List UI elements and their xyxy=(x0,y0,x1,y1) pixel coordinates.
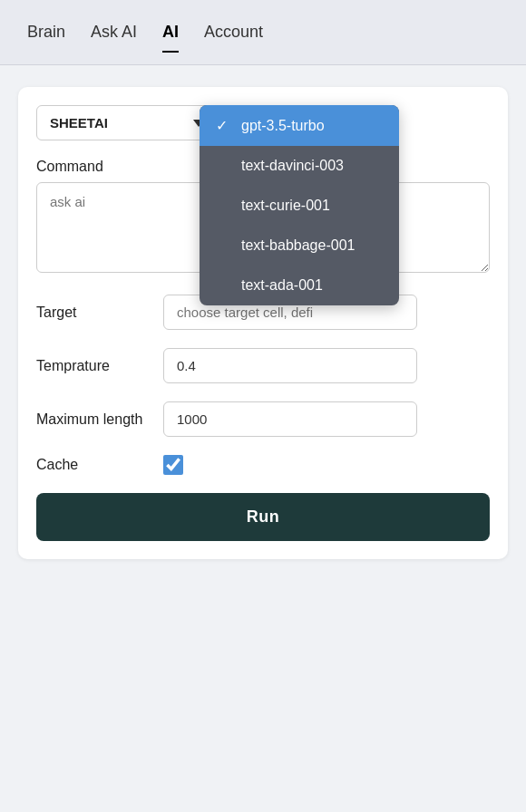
model-dropdown: ✓ gpt-3.5-turbo text-davinci-003 text-cu… xyxy=(200,105,399,305)
cache-row: Cache xyxy=(36,455,490,475)
check-icon-empty xyxy=(216,198,232,214)
target-label: Target xyxy=(36,304,163,321)
nav-item-brain[interactable]: Brain xyxy=(15,15,78,49)
dropdown-item-label: text-curie-001 xyxy=(241,198,330,214)
dropdown-item-gpt35[interactable]: ✓ gpt-3.5-turbo xyxy=(200,105,399,146)
maxlength-row: Maximum length xyxy=(36,401,490,437)
temperature-input[interactable] xyxy=(163,348,417,383)
cache-label: Cache xyxy=(36,457,163,473)
dropdown-item-curie[interactable]: text-curie-001 xyxy=(200,186,399,226)
dropdown-item-label: text-babbage-001 xyxy=(241,237,355,254)
temperature-label: Temprature xyxy=(36,358,163,374)
model-row: SHEETAI ✓ gpt-3.5-turbo text-davinci-003… xyxy=(36,105,490,140)
dropdown-item-ada[interactable]: text-ada-001 xyxy=(200,266,399,305)
check-icon: ✓ xyxy=(216,117,232,134)
dropdown-item-babbage[interactable]: text-babbage-001 xyxy=(200,226,399,266)
model-select-label: SHEETAI xyxy=(50,115,108,130)
model-select[interactable]: SHEETAI xyxy=(36,105,218,140)
maxlength-input[interactable] xyxy=(163,401,417,437)
check-icon-empty xyxy=(216,277,232,294)
nav-bar: Brain Ask AI AI Account xyxy=(0,0,526,65)
nav-item-ai[interactable]: AI xyxy=(150,15,191,49)
temperature-row: Temprature xyxy=(36,348,490,383)
check-icon-empty xyxy=(216,237,232,254)
card: SHEETAI ✓ gpt-3.5-turbo text-davinci-003… xyxy=(18,87,508,559)
nav-item-askai[interactable]: Ask AI xyxy=(78,15,150,49)
maxlength-label: Maximum length xyxy=(36,411,163,428)
cache-checkbox[interactable] xyxy=(163,455,183,475)
dropdown-item-label: text-ada-001 xyxy=(241,277,323,294)
dropdown-item-label: gpt-3.5-turbo xyxy=(241,118,325,134)
dropdown-item-davinci[interactable]: text-davinci-003 xyxy=(200,146,399,186)
run-button[interactable]: Run xyxy=(36,493,490,541)
dropdown-item-label: text-davinci-003 xyxy=(241,158,344,174)
main-content: SHEETAI ✓ gpt-3.5-turbo text-davinci-003… xyxy=(0,65,526,581)
check-icon-empty xyxy=(216,158,232,174)
nav-item-account[interactable]: Account xyxy=(191,15,276,49)
